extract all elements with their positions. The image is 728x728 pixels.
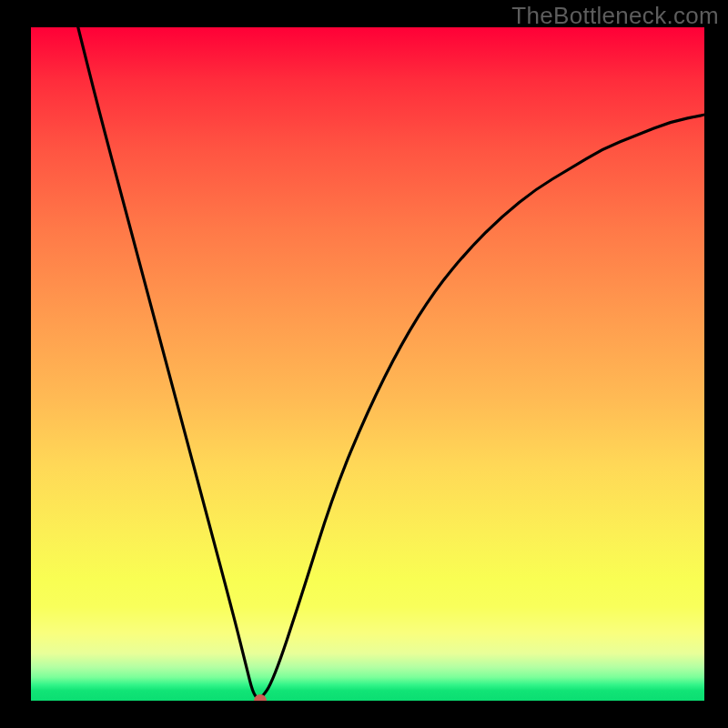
watermark-text: TheBottleneck.com (511, 2, 719, 30)
bottleneck-curve-svg (31, 27, 704, 701)
chart-container: TheBottleneck.com (0, 0, 728, 728)
bottleneck-curve-path (78, 27, 704, 698)
plot-area (31, 27, 704, 701)
minimum-marker-dot (254, 694, 267, 701)
